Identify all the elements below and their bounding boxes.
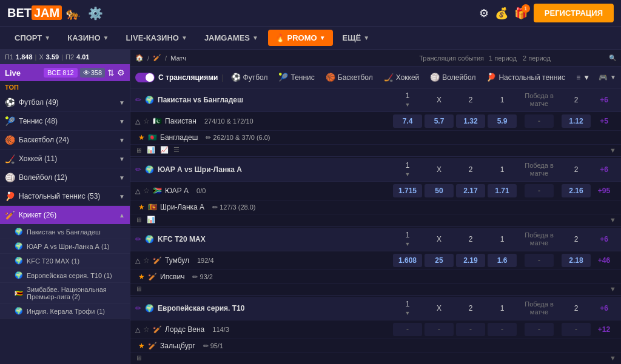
odd-x2-sa[interactable]: 2.16 [560, 184, 592, 197]
nav-promo[interactable]: 🔥 PROMO ▼ [268, 30, 333, 46]
settings-icon[interactable]: ⚙ [117, 68, 125, 78]
odd-2-euro[interactable]: - [455, 323, 486, 336]
game-filter[interactable]: 🎮 ▼ [599, 73, 616, 82]
nav-jamgames[interactable]: JAMGAMES ▼ [197, 30, 266, 46]
odd-btn-2-kfc[interactable]: 2.19 [456, 254, 485, 267]
odd-1-euro[interactable]: - [392, 323, 423, 336]
more-euro[interactable]: +12 [592, 325, 616, 334]
bar-icon-2[interactable]: 📊 [147, 216, 155, 223]
lh-more-euro[interactable]: +6 [592, 304, 616, 313]
odd-1x-sa[interactable]: 1.71 [486, 184, 518, 197]
cricket-sub-kfc[interactable]: 🌍 KFC T20 MAX (1) [0, 254, 130, 268]
star-euro2[interactable]: ★ [138, 342, 145, 350]
league-header-euro[interactable]: ✏ 🌍 Европейская серия. Т10 1▼ Х 2 1 Побе… [130, 297, 621, 320]
sidebar-item-football[interactable]: ⚽ Футбол (49) ▼ [0, 93, 130, 112]
star-euro1[interactable]: ☆ [143, 325, 150, 334]
league-header-sa[interactable]: ✏ 🌍 ЮАР А vs Шри-Ланка А 1▼ Х 2 1 Победа… [130, 158, 621, 182]
wallet-button[interactable]: 💰 [495, 7, 508, 20]
odd-1x-pak[interactable]: 5.9 [486, 114, 518, 128]
star-kfc2[interactable]: ★ [138, 273, 145, 281]
odd-btn-win-kfc[interactable]: - [525, 254, 554, 267]
monitor-icon-2[interactable]: 🖥 [135, 216, 142, 223]
odd-btn-2-euro[interactable]: - [456, 323, 485, 336]
star-bangladesh[interactable]: ★ [138, 133, 145, 142]
odd-1x-kfc[interactable]: 1.6 [486, 254, 518, 267]
odd-btn-1x-pak[interactable]: 5.9 [488, 114, 517, 128]
odd-btn-x2-kfc[interactable]: 2.18 [562, 254, 591, 267]
odd-1-sa[interactable]: 1.715 [392, 184, 423, 197]
breadcrumb-item[interactable]: 🏏 [153, 54, 161, 62]
all-count-badge[interactable]: ВСЕ 812 [44, 68, 78, 78]
more-kfc[interactable]: +46 [592, 256, 616, 265]
odd-btn-2-sa[interactable]: 2.17 [456, 184, 485, 197]
filter-more-button[interactable]: ≡ ▼ [576, 73, 590, 82]
odd-btn-1-kfc[interactable]: 1.608 [393, 254, 422, 267]
filter-volleyball[interactable]: 🏐 Волейбол [426, 71, 479, 84]
star-sl[interactable]: ★ [138, 203, 145, 211]
odd-x-sa[interactable]: 50 [423, 184, 455, 197]
more-sa[interactable]: +95 [592, 187, 616, 195]
odd-x2-pak[interactable]: 1.12 [560, 114, 592, 128]
odd-btn-1x-euro[interactable]: - [488, 323, 517, 336]
expand-icon-1[interactable]: ▼ [609, 147, 616, 154]
bar-chart-icon-1[interactable]: 📊 [147, 146, 155, 154]
odd-win-sa[interactable]: - [518, 184, 560, 197]
odd-btn-1-pak[interactable]: 7.4 [393, 114, 422, 128]
odd-btn-x2-euro[interactable]: - [562, 323, 591, 336]
league-header-kfc[interactable]: ✏ 🌍 KFC T20 MAX 1▼ Х 2 1 Победа вматче 2… [130, 228, 621, 251]
lh-more-kfc[interactable]: +6 [592, 235, 616, 243]
odd-2-kfc[interactable]: 2.19 [455, 254, 486, 267]
monitor-icon-3[interactable]: 🖥 [135, 285, 142, 293]
odd-win-euro[interactable]: - [518, 323, 560, 336]
register-button[interactable]: РЕГИСТРАЦИЯ [534, 4, 614, 22]
nav-casino[interactable]: КАЗИНО ▼ [60, 30, 116, 46]
expand-icon-2[interactable]: ▼ [609, 216, 616, 223]
odd-btn-x-euro[interactable]: - [425, 323, 454, 336]
star-sa[interactable]: ☆ [143, 187, 150, 195]
settings-button[interactable]: ⚙ [479, 7, 489, 20]
more-pak[interactable]: +5 [592, 117, 616, 125]
sort-icon[interactable]: ⇅ [107, 68, 115, 78]
odd-btn-win-sa[interactable]: - [525, 184, 554, 197]
home-icon[interactable]: 🏠 [135, 54, 144, 62]
lh-more-pak[interactable]: +6 [592, 96, 616, 104]
star-kfc1[interactable]: ☆ [143, 256, 150, 265]
lh-more-sa[interactable]: +6 [592, 165, 616, 174]
odd-btn-win-pak[interactable]: - [525, 114, 554, 128]
odd-x-euro[interactable]: - [423, 323, 455, 336]
monitor-icon-1[interactable]: 🖥 [135, 147, 142, 154]
monitor-badge[interactable]: 👁 358 [80, 68, 105, 78]
nav-sport[interactable]: СПОРТ ▼ [7, 30, 58, 46]
toggle-switch[interactable] [135, 73, 155, 82]
list-icon-1[interactable]: ☰ [173, 146, 180, 154]
league-header-pakistan[interactable]: ✏ 🌍 Пакистан vs Бангладеш 1▼ Х 2 1 Побед… [130, 88, 621, 112]
odd-x2-kfc[interactable]: 2.18 [560, 254, 592, 267]
odd-btn-2-pak[interactable]: 1.32 [456, 114, 485, 128]
odd-1-kfc[interactable]: 1.608 [392, 254, 423, 267]
gift-button[interactable]: 🎁1 [514, 7, 528, 20]
odd-btn-x2-sa[interactable]: 2.16 [562, 184, 591, 197]
filter-hockey[interactable]: 🏒 Хоккей [380, 71, 423, 84]
odd-btn-1-euro[interactable]: - [393, 323, 422, 336]
filter-football[interactable]: ⚽ Футбол [227, 71, 272, 84]
sidebar-item-cricket[interactable]: 🏏 Крикет (26) ▲ [0, 206, 130, 225]
cricket-sub-india[interactable]: 🌍 Индия. Керала Трофи (1) [0, 304, 130, 319]
filter-basketball[interactable]: 🏀 Баскетбол [322, 71, 377, 84]
odd-btn-x-sa[interactable]: 50 [425, 184, 454, 197]
monitor-icon-4[interactable]: 🖥 [135, 354, 142, 362]
sidebar-item-volleyball[interactable]: 🏐 Волейбол (12) ▼ [0, 168, 130, 187]
cricket-sub-sa[interactable]: 🌍 ЮАР А vs Шри-Ланка А (1) [0, 239, 130, 254]
broadcast-toggle[interactable]: С трансляциями [135, 73, 218, 82]
odd-2-sa[interactable]: 2.17 [455, 184, 486, 197]
nav-more[interactable]: ЕЩЁ ▼ [335, 30, 377, 46]
filter-tennis[interactable]: 🎾 Теннис [275, 71, 318, 84]
odd-win-pak[interactable]: - [518, 114, 560, 128]
sidebar-item-basketball[interactable]: 🏀 Баскетбол (24) ▼ [0, 131, 130, 150]
odd-1x-euro[interactable]: - [486, 323, 518, 336]
odd-x-kfc[interactable]: 25 [423, 254, 455, 267]
cricket-sub-pakistan[interactable]: 🌍 Пакистан vs Бангладеш [0, 225, 130, 239]
expand-icon-4[interactable]: ▼ [609, 354, 616, 362]
odd-btn-x-pak[interactable]: 5.7 [425, 114, 454, 128]
odd-btn-1x-sa[interactable]: 1.71 [488, 184, 517, 197]
filter-tabletennis[interactable]: 🏓 Настольный теннис [483, 71, 569, 84]
